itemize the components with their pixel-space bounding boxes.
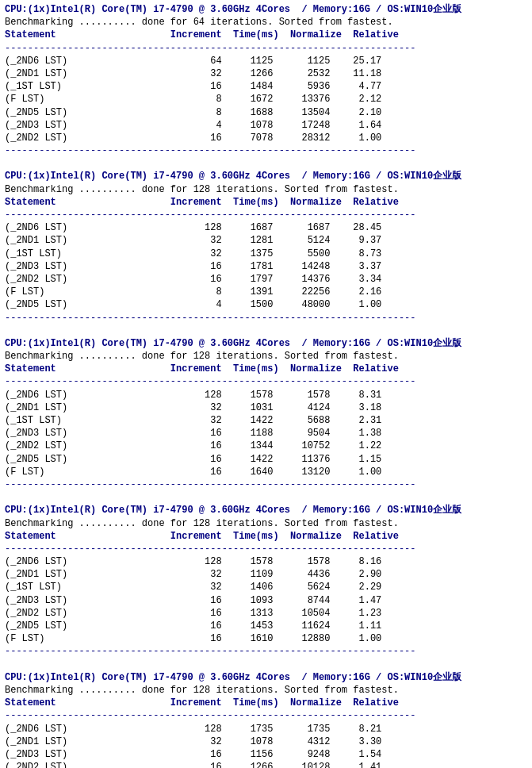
data-row: (_2ND1 LST) 32 1078 4312 3.30 xyxy=(5,736,381,747)
col-headers-1: Statement Increment Time(ms) Normalize R… xyxy=(5,197,399,208)
data-row: (_2ND5 LST) 8 1688 13504 2.10 xyxy=(5,107,381,118)
data-row: (_2ND5 LST) 4 1500 48000 1.00 xyxy=(5,299,387,310)
data-row: (_1ST LST) 32 1406 5624 2.29 xyxy=(5,582,381,593)
col-headers-3: Statement Increment Time(ms) Normalize R… xyxy=(5,531,399,542)
divider-bottom-3: ----------------------------------------… xyxy=(5,646,415,657)
divider-bottom-0: ----------------------------------------… xyxy=(5,145,415,156)
benchmark-output: CPU:(1x)Intel(R) Core(TM) i7-4790 @ 3.60… xyxy=(5,3,527,768)
data-row: (_2ND3 LST) 16 1156 9248 1.54 xyxy=(5,749,381,760)
cpu-line-0: CPU:(1x)Intel(R) Core(TM) i7-4790 @ 3.60… xyxy=(5,4,461,15)
bench-line-1: Benchmarking .......... done for 128 ite… xyxy=(5,184,399,195)
data-row: (_1ST LST) 32 1375 5500 8.73 xyxy=(5,248,381,259)
data-row: (_2ND2 LST) 16 7078 28312 1.00 xyxy=(5,132,387,144)
bench-line-3: Benchmarking .......... done for 128 ite… xyxy=(5,518,399,529)
data-row: (_2ND1 LST) 32 1109 4436 2.90 xyxy=(5,569,381,580)
data-row: (_2ND1 LST) 32 1266 2532 11.18 xyxy=(5,68,381,79)
divider-bottom-2: ----------------------------------------… xyxy=(5,479,415,490)
divider-4: ----------------------------------------… xyxy=(5,710,415,721)
data-row: (_2ND6 LST) 64 1125 1125 25.17 xyxy=(5,56,387,67)
data-row: (_2ND5 LST) 16 1453 11624 1.11 xyxy=(5,620,381,632)
cpu-line-1: CPU:(1x)Intel(R) Core(TM) i7-4790 @ 3.60… xyxy=(5,171,461,182)
data-row: (F LST) 16 1640 13120 1.00 xyxy=(5,467,387,478)
data-row: (_2ND1 LST) 32 1031 4124 3.18 xyxy=(5,402,381,413)
data-row: (_1ST LST) 16 1484 5936 4.77 xyxy=(5,81,381,92)
data-row: (_2ND6 LST) 128 1687 1687 28.45 xyxy=(5,222,387,233)
divider-3: ----------------------------------------… xyxy=(5,543,415,555)
data-row: (_2ND2 LST) 16 1266 10128 1.41 xyxy=(5,762,381,768)
cpu-line-3: CPU:(1x)Intel(R) Core(TM) i7-4790 @ 3.60… xyxy=(5,505,461,516)
cpu-line-4: CPU:(1x)Intel(R) Core(TM) i7-4790 @ 3.60… xyxy=(5,672,461,683)
data-row: (_2ND1 LST) 32 1281 5124 9.37 xyxy=(5,235,381,246)
data-row: (_2ND3 LST) 16 1781 14248 3.37 xyxy=(5,261,381,272)
data-row: (F LST) 16 1610 12880 1.00 xyxy=(5,633,387,644)
col-headers-2: Statement Increment Time(ms) Normalize R… xyxy=(5,363,399,374)
bench-line-4: Benchmarking .......... done for 128 ite… xyxy=(5,685,399,696)
data-row: (_2ND2 LST) 16 1344 10752 1.22 xyxy=(5,440,381,451)
col-headers-0: Statement Increment Time(ms) Normalize R… xyxy=(5,29,399,40)
bench-line-2: Benchmarking .......... done for 128 ite… xyxy=(5,351,399,362)
data-row: (_1ST LST) 32 1422 5688 2.31 xyxy=(5,415,381,426)
data-row: (_2ND3 LST) 4 1078 17248 1.64 xyxy=(5,120,381,131)
col-headers-4: Statement Increment Time(ms) Normalize R… xyxy=(5,697,399,708)
data-row: (_2ND3 LST) 16 1188 9504 1.38 xyxy=(5,428,381,439)
divider-1: ----------------------------------------… xyxy=(5,209,415,221)
divider-2: ----------------------------------------… xyxy=(5,376,415,387)
data-row: (F LST) 8 1391 22256 2.16 xyxy=(5,286,381,298)
bench-line-0: Benchmarking .......... done for 64 iter… xyxy=(5,17,393,28)
data-row: (_2ND6 LST) 128 1578 1578 8.16 xyxy=(5,556,387,567)
data-row: (_2ND2 LST) 16 1797 14376 3.34 xyxy=(5,274,381,285)
data-row: (_2ND5 LST) 16 1422 11376 1.15 xyxy=(5,454,381,465)
data-row: (_2ND6 LST) 128 1735 1735 8.21 xyxy=(5,724,387,735)
data-row: (F LST) 8 1672 13376 2.12 xyxy=(5,94,381,105)
data-row: (_2ND2 LST) 16 1313 10504 1.23 xyxy=(5,608,381,619)
cpu-line-2: CPU:(1x)Intel(R) Core(TM) i7-4790 @ 3.60… xyxy=(5,338,461,349)
data-row: (_2ND3 LST) 16 1093 8744 1.47 xyxy=(5,595,381,606)
divider-0: ----------------------------------------… xyxy=(5,43,415,54)
divider-bottom-1: ----------------------------------------… xyxy=(5,313,415,324)
data-row: (_2ND6 LST) 128 1578 1578 8.31 xyxy=(5,390,387,401)
